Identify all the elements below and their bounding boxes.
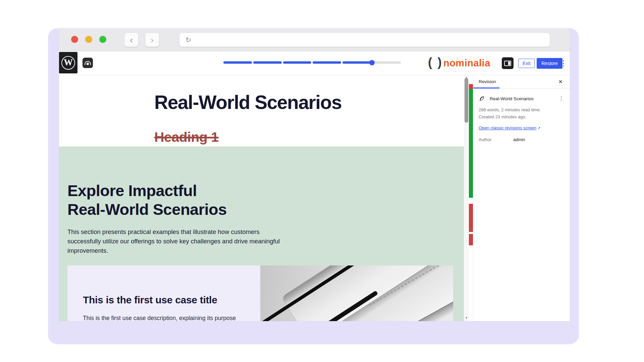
diff-segment-removed <box>469 84 473 89</box>
nominalia-logo-text: nominalia <box>443 58 490 69</box>
reload-icon[interactable]: ↻ <box>185 36 191 44</box>
editor-scrollbar: ▲ ▼ <box>464 75 469 321</box>
slider-segment[interactable] <box>283 61 312 64</box>
external-link-icon: ↗ <box>537 126 540 130</box>
revision-item-title: Real-World Scenarios <box>490 96 534 101</box>
revision-sidebar: Revision ✕ Real-World Scenarios ⋮ <box>473 75 570 321</box>
section-heading-line1: Explore Impactful <box>67 182 197 199</box>
abstract-3d-shapes-image <box>260 265 453 321</box>
revision-meta-words: 288 words, 2 minutes read time. <box>479 106 565 113</box>
slider-segment[interactable] <box>313 61 341 64</box>
page: ‹ › ↻ W <box>0 0 644 362</box>
browser-window: ‹ › ↻ W <box>59 28 570 321</box>
post-leaf-icon <box>479 96 485 102</box>
use-case-text: This is the first use case title This is… <box>67 265 260 321</box>
revision-meta-created: Created 23 minutes ago. <box>479 113 565 120</box>
toggle-sidebar-button[interactable] <box>502 57 514 69</box>
slider-segment[interactable] <box>253 61 282 64</box>
slider-segment[interactable] <box>342 61 371 64</box>
active-tab-indicator <box>473 87 499 88</box>
url-bar[interactable]: ↻ <box>179 33 550 47</box>
use-case-card: This is the first use case title This is… <box>67 265 453 321</box>
close-icon[interactable]: ✕ <box>556 78 565 86</box>
author-label: Author <box>479 137 513 142</box>
back-icon: ‹ <box>130 36 133 44</box>
sidebar-header: Revision ✕ <box>473 75 570 88</box>
wordpress-logo-button[interactable]: W <box>59 52 77 73</box>
exit-button[interactable]: Exit <box>518 59 535 68</box>
preview-button[interactable] <box>83 58 93 68</box>
editor-canvas: Real-World Scenarios Heading 1 Explore I… <box>59 75 464 321</box>
editor-top-bar: W ( ) nominalia <box>59 51 570 75</box>
forward-button[interactable]: › <box>145 33 159 47</box>
scrollbar-thumb[interactable] <box>465 78 468 123</box>
nominalia-logo: ( ) nominalia <box>428 56 490 70</box>
browser-chrome-bar: ‹ › ↻ <box>59 28 570 51</box>
section-heading: Explore Impactful Real-World Scenarios <box>67 181 464 219</box>
revision-timeline-slider[interactable] <box>223 61 401 64</box>
use-case-title: This is the first use case title <box>83 294 250 306</box>
deleted-heading: Heading 1 <box>154 129 218 145</box>
open-classic-revisions-label: Open classic revisions screen <box>479 125 536 130</box>
green-section: Explore Impactful Real-World Scenarios T… <box>59 146 464 321</box>
maximize-window-icon[interactable] <box>99 36 106 43</box>
revision-item[interactable]: Real-World Scenarios ⋮ <box>479 95 565 102</box>
scroll-down-icon[interactable]: ▼ <box>464 316 469 319</box>
item-kebab-icon[interactable]: ⋮ <box>558 95 565 102</box>
lavender-frame: ‹ › ↻ W <box>48 28 579 344</box>
tab-revision[interactable]: Revision <box>479 79 496 84</box>
section-heading-line2: Real-World Scenarios <box>67 200 227 218</box>
restore-button[interactable]: Restore <box>537 58 562 69</box>
back-button[interactable]: ‹ <box>124 33 139 47</box>
post-title: Real-World Scenarios <box>154 91 389 113</box>
options-kebab-icon[interactable]: ⋮ <box>560 58 567 69</box>
eye-icon <box>85 61 91 65</box>
diff-segment-removed <box>469 234 473 245</box>
close-window-icon[interactable] <box>71 36 78 43</box>
forward-icon: › <box>151 36 154 44</box>
revision-meta: 288 words, 2 minutes read time. Created … <box>479 106 565 120</box>
workspace: Real-World Scenarios Heading 1 Explore I… <box>59 75 570 321</box>
sidebar-panel-icon <box>504 61 511 66</box>
revision-diff-strip <box>469 75 473 321</box>
author-value: admin <box>513 137 525 142</box>
sidebar-body: Real-World Scenarios ⋮ 288 words, 2 minu… <box>473 88 570 142</box>
open-classic-revisions-link[interactable]: Open classic revisions screen↗ <box>479 125 540 130</box>
slider-thumb[interactable] <box>369 60 375 65</box>
use-case-description: This is the first use case description, … <box>83 315 250 321</box>
nominalia-logo-mark: ( ) <box>428 56 443 70</box>
author-row: Author admin <box>479 137 565 142</box>
wordpress-logo-icon: W <box>61 56 75 70</box>
section-paragraph: This section presents practical examples… <box>67 227 287 256</box>
diff-segment-added <box>469 89 473 198</box>
minimize-window-icon[interactable] <box>85 36 92 43</box>
slider-segment[interactable] <box>223 61 252 64</box>
traffic-lights <box>71 36 106 43</box>
diff-segment-removed <box>469 204 473 232</box>
slider-segment-empty[interactable] <box>372 61 401 64</box>
